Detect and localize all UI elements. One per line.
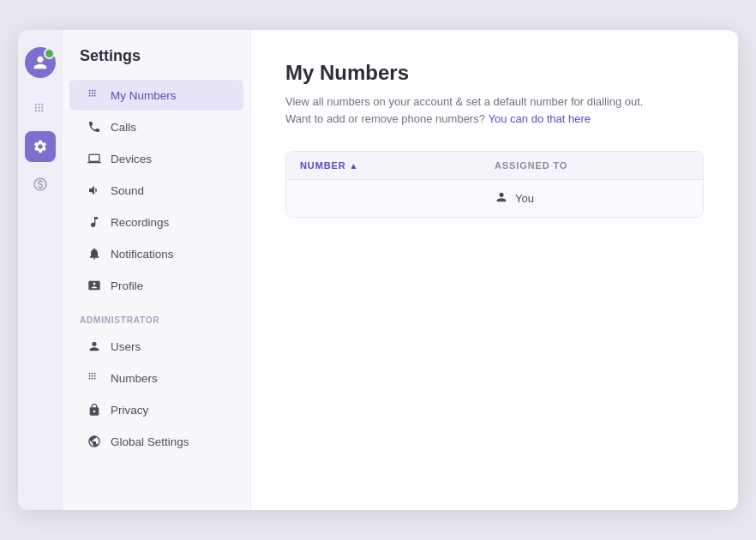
- svg-point-11: [94, 90, 96, 92]
- svg-point-16: [92, 95, 93, 97]
- page-description: View all numbers on your account & set a…: [285, 93, 704, 127]
- svg-point-23: [94, 375, 96, 377]
- globe-icon: [87, 434, 102, 449]
- settings-title: Settings: [63, 47, 250, 79]
- svg-point-18: [89, 373, 91, 375]
- table-header: NUMBER ▲ ASSIGNED TO: [286, 152, 703, 180]
- sidebar-item-calls[interactable]: Calls: [69, 111, 243, 142]
- sidebar-label-users: Users: [111, 340, 141, 353]
- sidebar-label-profile: Profile: [111, 279, 143, 292]
- main-content: My Numbers View all numbers on your acco…: [251, 30, 738, 510]
- grid-icon: [87, 87, 102, 103]
- page-title: My Numbers: [285, 61, 704, 85]
- svg-point-9: [89, 90, 91, 92]
- settings-sidebar: Settings My Numbers Calls: [63, 30, 251, 510]
- svg-point-19: [92, 373, 93, 375]
- sidebar-item-recordings[interactable]: Recordings: [69, 207, 243, 237]
- sidebar-label-devices: Devices: [111, 153, 152, 165]
- avatar[interactable]: [25, 47, 56, 78]
- svg-point-8: [41, 110, 43, 111]
- column-assigned-header: ASSIGNED TO: [495, 160, 689, 171]
- settings-rail-icon[interactable]: [25, 131, 56, 162]
- speaker-icon: [87, 183, 102, 198]
- sidebar-item-global-settings[interactable]: Global Settings: [69, 426, 243, 457]
- cell-assigned: You: [495, 190, 689, 207]
- svg-point-10: [92, 90, 93, 92]
- admin-section-label: ADMINISTRATOR: [63, 302, 250, 330]
- sidebar-label-privacy: Privacy: [111, 404, 148, 417]
- description-link-prompt: Want to add or remove phone numbers?: [285, 112, 485, 125]
- id-card-icon: [87, 278, 102, 293]
- svg-point-1: [38, 104, 39, 105]
- apps-rail-icon[interactable]: [25, 93, 56, 124]
- assigned-person-icon: [495, 190, 508, 207]
- svg-point-22: [92, 375, 93, 377]
- sidebar-label-numbers: Numbers: [111, 372, 158, 385]
- description-text: View all numbers on your account & set a…: [285, 95, 643, 108]
- numbers-table: NUMBER ▲ ASSIGNED TO You: [285, 151, 704, 218]
- svg-point-21: [89, 375, 91, 377]
- svg-point-6: [35, 110, 37, 111]
- svg-point-3: [35, 106, 37, 108]
- sidebar-item-profile[interactable]: Profile: [69, 270, 243, 301]
- app-container: Settings My Numbers Calls: [18, 30, 738, 510]
- sidebar-label-global-settings: Global Settings: [111, 435, 189, 448]
- sidebar-label-recordings: Recordings: [111, 216, 169, 229]
- svg-point-26: [94, 378, 96, 380]
- sidebar-label-notifications: Notifications: [111, 248, 174, 261]
- sort-arrow-icon[interactable]: ▲: [350, 161, 359, 171]
- table-row: You: [286, 180, 703, 217]
- sidebar-item-sound[interactable]: Sound: [69, 175, 243, 206]
- description-link[interactable]: You can do that here: [489, 112, 591, 125]
- svg-point-13: [92, 93, 93, 94]
- svg-point-24: [89, 378, 91, 380]
- svg-point-17: [94, 95, 96, 97]
- sidebar-item-notifications[interactable]: Notifications: [69, 238, 243, 269]
- sidebar-label-sound: Sound: [111, 184, 144, 197]
- sidebar-item-numbers[interactable]: Numbers: [69, 363, 243, 393]
- bell-icon: [87, 246, 102, 261]
- svg-point-7: [38, 110, 39, 111]
- phone-icon: [87, 119, 102, 135]
- svg-point-15: [89, 95, 91, 97]
- lock-icon: [87, 402, 102, 417]
- numbers-grid-icon: [87, 370, 102, 386]
- svg-point-12: [89, 93, 91, 94]
- svg-point-25: [92, 378, 93, 380]
- reports-rail-icon[interactable]: [25, 169, 56, 200]
- column-number-header: NUMBER ▲: [300, 160, 495, 171]
- sidebar-label-calls: Calls: [111, 121, 136, 134]
- svg-point-2: [41, 104, 43, 105]
- icon-rail: [18, 30, 63, 510]
- svg-point-4: [38, 106, 39, 108]
- person-icon: [87, 339, 102, 354]
- svg-point-20: [94, 373, 96, 375]
- sidebar-item-users[interactable]: Users: [69, 331, 243, 362]
- music-icon: [87, 214, 102, 230]
- svg-point-14: [94, 93, 96, 94]
- svg-point-5: [41, 106, 43, 108]
- sidebar-item-devices[interactable]: Devices: [69, 143, 243, 174]
- sidebar-item-my-numbers[interactable]: My Numbers: [69, 80, 243, 111]
- laptop-icon: [87, 151, 102, 166]
- svg-point-0: [35, 104, 37, 105]
- assigned-name: You: [515, 192, 534, 205]
- sidebar-label-my-numbers: My Numbers: [111, 89, 177, 102]
- sidebar-item-privacy[interactable]: Privacy: [69, 394, 243, 425]
